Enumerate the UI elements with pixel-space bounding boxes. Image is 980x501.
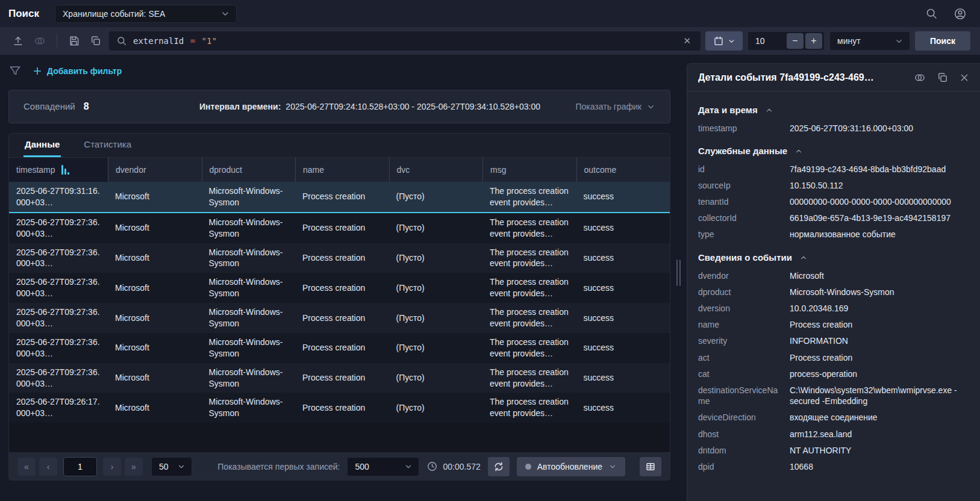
cell-outcome: success — [576, 273, 670, 303]
user-icon — [953, 7, 967, 20]
field-key: dntdom — [698, 445, 790, 456]
run-search-button[interactable]: Поиск — [915, 31, 970, 51]
tab-данные[interactable]: Данные — [23, 134, 61, 157]
sort-bars-icon[interactable] — [61, 165, 69, 175]
table-row[interactable]: 2025-06-27T09:27:36.000+03…MicrosoftMicr… — [9, 333, 670, 363]
field-key: deviceDirection — [698, 412, 790, 423]
detail-field-collectorId: collectorId6619a09e-657a-4b13-9e19-ac494… — [698, 210, 968, 226]
cell-msg: The process creation event provides… — [482, 273, 576, 303]
cell-dproduct: Microsoft-Windows-Sysmon — [202, 273, 296, 303]
column-header-dproduct[interactable]: dproduct — [202, 158, 296, 182]
column-header-dvendor[interactable]: dvendor — [108, 158, 202, 182]
autoupdate-status-dot — [525, 464, 531, 470]
details-section: Сведения о событииdvendorMicrosoftdprodu… — [698, 249, 968, 475]
autoupdate-toggle[interactable]: Автообновление — [517, 457, 625, 476]
detail-field-act: actProcess creation — [698, 349, 968, 366]
panel-resize-handle[interactable] — [676, 260, 681, 286]
clear-query-button[interactable]: ✕ — [678, 33, 696, 49]
column-settings-button[interactable] — [640, 457, 661, 476]
interval-value[interactable]: 10 — [755, 36, 787, 46]
export-button[interactable] — [10, 33, 27, 49]
column-header-msg[interactable]: msg — [482, 158, 576, 182]
field-key: dversion — [698, 303, 790, 314]
copy-query-button[interactable] — [87, 33, 104, 49]
cell-dvendor: Microsoft — [108, 243, 202, 273]
table-row[interactable]: 2025-06-27T09:27:36.000+03…MicrosoftMicr… — [9, 273, 670, 303]
page-size-select[interactable]: 50 — [151, 457, 192, 476]
query-field: externalId — [133, 36, 184, 46]
first-page-button[interactable]: « — [17, 458, 36, 476]
chevron-down-icon — [608, 462, 617, 471]
cell-dproduct: Microsoft-Windows-Sysmon — [202, 303, 296, 333]
detail-field-deviceDirection: deviceDirectionвходящее соединение — [698, 409, 968, 426]
cell-dvendor: Microsoft — [108, 182, 202, 212]
record-limit-select[interactable]: 500 — [347, 457, 419, 476]
table-row[interactable]: 2025-06-27T09:26:17.000+03…MicrosoftMicr… — [9, 393, 670, 423]
field-value: 6619a09e-657a-4b13-9e19-ac4942158197 — [790, 213, 968, 223]
cell-dvc: (Пусто) — [389, 363, 483, 393]
table-row[interactable]: 2025-06-27T09:27:36.000+03…MicrosoftMicr… — [9, 303, 670, 333]
field-value: нормализованное событие — [790, 229, 968, 240]
column-header-dvc[interactable]: dvc — [389, 158, 483, 182]
prev-page-button[interactable]: ‹ — [39, 458, 57, 476]
storage-select[interactable]: Хранилище событий: SEA — [55, 5, 237, 23]
interval-stepper[interactable]: 10 − + — [747, 31, 825, 51]
table-row[interactable]: 2025-06-27T09:27:36.000+03…MicrosoftMicr… — [9, 363, 670, 393]
add-filter-button[interactable]: Добавить фильтр — [33, 66, 122, 76]
cell-dproduct: Microsoft-Windows-Sysmon — [202, 363, 296, 393]
cell-dproduct: Microsoft-Windows-Sysmon — [202, 243, 296, 273]
show-chart-toggle[interactable]: Показать график — [575, 102, 655, 111]
field-key: id — [698, 164, 790, 175]
query-text: externalId = "1" — [133, 36, 678, 46]
profile-button[interactable] — [951, 5, 969, 23]
cell-name: Process creation — [295, 393, 389, 423]
interval-increment-button[interactable]: + — [805, 33, 822, 49]
cell-dvc: (Пусто) — [389, 333, 483, 363]
chevron-down-icon — [728, 37, 735, 45]
event-details-panel: Детали события 7fa49199-c243-469… Дата и… — [687, 63, 980, 501]
tab-статистика[interactable]: Статистика — [83, 134, 133, 157]
cell-msg: The process creation event provides… — [482, 303, 576, 333]
refresh-button[interactable] — [488, 457, 510, 476]
next-page-button[interactable]: › — [103, 458, 121, 476]
section-toggle[interactable]: Дата и время — [698, 101, 968, 120]
section-toggle[interactable]: Служебные данные — [698, 142, 968, 161]
interval-unit-select[interactable]: минут — [829, 31, 910, 51]
column-label: dvc — [397, 165, 410, 175]
field-key: type — [698, 229, 790, 240]
table-row[interactable]: 2025-06-27T09:31:16.000+03…MicrosoftMicr… — [9, 182, 670, 213]
plus-icon — [33, 66, 42, 76]
time-range-calendar-button[interactable] — [705, 31, 743, 51]
copy-icon — [90, 35, 102, 47]
details-copy-button[interactable] — [934, 69, 951, 86]
details-close-button[interactable] — [957, 70, 972, 85]
field-key: cat — [698, 369, 790, 379]
details-correlate-button[interactable] — [911, 69, 928, 86]
query-input[interactable]: externalId = "1" ✕ — [109, 31, 701, 51]
detail-field-timestamp: timestamp2025-06-27T09:31:16.000+03:00 — [698, 120, 968, 136]
table-row[interactable]: 2025-06-27T09:27:36.000+03…MicrosoftMicr… — [9, 213, 670, 243]
cell-dvc: (Пусто) — [389, 273, 483, 303]
detail-field-severity: severityINFORMATION — [698, 333, 968, 349]
cell-outcome: success — [576, 213, 670, 243]
field-key: act — [698, 352, 790, 363]
field-key: dpid — [698, 461, 790, 472]
correlate-button[interactable] — [31, 33, 48, 49]
table-header: timestampdvendordproductnamedvcmsgoutcom… — [9, 158, 670, 182]
page-number-input[interactable]: 1 — [63, 457, 97, 476]
column-header-outcome[interactable]: outcome — [576, 158, 670, 182]
cell-msg: The process creation event provides… — [482, 243, 576, 273]
column-label: msg — [490, 165, 506, 175]
column-header-name[interactable]: name — [295, 158, 389, 182]
section-toggle[interactable]: Сведения о событии — [698, 249, 968, 267]
global-search-button[interactable] — [923, 5, 940, 22]
field-value: Microsoft-Windows-Sysmon — [790, 287, 968, 297]
interval-decrement-button[interactable]: − — [787, 33, 804, 49]
field-value: arm112.sea.land — [790, 429, 968, 440]
chevron-up-icon — [794, 147, 803, 155]
table-row[interactable]: 2025-06-27T09:27:36.000+03…MicrosoftMicr… — [9, 243, 670, 273]
last-page-button[interactable]: » — [125, 458, 143, 476]
save-query-button[interactable] — [66, 33, 83, 49]
chevron-down-icon — [177, 462, 186, 471]
column-header-timestamp[interactable]: timestamp — [9, 158, 108, 182]
